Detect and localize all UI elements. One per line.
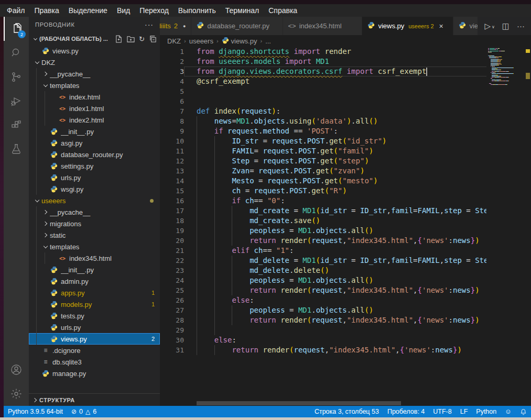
tree-item-__init__.py[interactable]: __init__.py xyxy=(29,264,160,275)
code-line[interactable]: 8 news=MD1.objects.using('daata').all() xyxy=(160,116,524,126)
new-file-icon[interactable] xyxy=(115,35,123,43)
menu-item-Выделение[interactable]: Выделение xyxy=(64,5,112,16)
workspace-header[interactable]: (РАБОЧАЯ ОБЛАСТЬ) ... ↻ xyxy=(29,32,160,45)
tree-item-database_roouter.py[interactable]: database_roouter.py xyxy=(29,149,160,160)
tree-item-settings.py[interactable]: settings.py xyxy=(29,160,160,172)
tree-item-index2.html[interactable]: <>index2.html xyxy=(29,114,160,126)
code-line[interactable]: 6 xyxy=(160,96,524,106)
tree-item-wsgi.py[interactable]: wsgi.py xyxy=(29,183,160,195)
tab-views.py[interactable]: views.pyuseeers 2× xyxy=(362,17,453,35)
indentation-setting[interactable]: Пробелов: 4 xyxy=(383,408,429,415)
refresh-icon[interactable]: ↻ xyxy=(139,36,145,42)
code-line[interactable]: 3from django.views.decorators.csrf impor… xyxy=(160,67,524,76)
code-line[interactable]: 29 xyxy=(160,325,524,335)
menu-item-Правка[interactable]: Правка xyxy=(29,5,63,16)
activity-explorer-icon[interactable]: 2 xyxy=(4,17,29,41)
code-line[interactable]: 17 md_create = MD1(id_str = ID_str,famil… xyxy=(160,206,524,216)
tree-item-asgi.py[interactable]: asgi.py xyxy=(29,137,160,149)
code-line[interactable]: 21 elif ch== "1": xyxy=(160,246,524,256)
tree-item-__pycache__[interactable]: __pycache__ xyxy=(29,68,160,80)
notifications-bell-icon[interactable] xyxy=(516,408,531,415)
tree-item-templates[interactable]: templates xyxy=(29,80,160,91)
code-line[interactable]: 15 ch = request.POST.get("R") xyxy=(160,186,524,196)
code-line[interactable]: 7def index(request): xyxy=(160,106,524,116)
menu-item-Файл[interactable]: Файл xyxy=(2,5,29,16)
tree-item-views.py[interactable]: views.py2 xyxy=(29,333,160,345)
tree-item-models.py[interactable]: models.py1 xyxy=(29,299,160,310)
horizontal-scrollbar[interactable] xyxy=(197,401,401,405)
code-line[interactable]: 4@csrf_exempt xyxy=(160,76,524,86)
tree-item-tests.py[interactable]: tests.py xyxy=(29,310,160,322)
code-line[interactable]: 9 if request.method == 'POST': xyxy=(160,126,524,136)
cursor-position[interactable]: Строка 3, столбец 53 xyxy=(310,408,383,415)
activity-extensions-icon[interactable] xyxy=(4,113,29,137)
encoding-setting[interactable]: UTF-8 xyxy=(429,408,456,415)
run-python-file-button[interactable]: ▷∨ xyxy=(484,21,494,31)
minimap[interactable] xyxy=(486,47,524,406)
code-line[interactable]: 26 else: xyxy=(160,295,524,305)
tree-item-__init__.py[interactable]: __init__.py xyxy=(29,126,160,137)
tree-item-useeers[interactable]: useeers xyxy=(29,195,160,206)
tree-item-apps.py[interactable]: apps.py1 xyxy=(29,287,160,299)
code-line[interactable]: 22 md_delete = MD1(id_str = ID_str,famil… xyxy=(160,256,524,266)
breadcrumb-item-views.py[interactable]: views.py xyxy=(222,37,257,46)
eol-setting[interactable]: LF xyxy=(456,408,472,415)
activity-settings-icon[interactable] xyxy=(4,382,29,406)
tree-item-index1.html[interactable]: <>index1.html xyxy=(29,103,160,114)
tree-item-migrations[interactable]: migrations xyxy=(29,218,160,229)
code-line[interactable]: 11 FAMIL= request.POST.get("famil") xyxy=(160,146,524,156)
tree-item-urls.py[interactable]: urls.py xyxy=(29,172,160,183)
menu-item-Выполнить[interactable]: Выполнить xyxy=(174,5,221,16)
tree-item-admin.py[interactable]: admin.py xyxy=(29,275,160,287)
tree-item-DKZ[interactable]: DKZ xyxy=(29,57,160,68)
code-line[interactable]: 10 ID_str = request.POST.get("id_str") xyxy=(160,136,524,146)
tree-item-static[interactable]: static xyxy=(29,229,160,241)
python-interpreter[interactable]: Python 3.9.5 64-bit xyxy=(4,408,67,415)
tree-item-index.html[interactable]: <>index.html xyxy=(29,91,160,103)
code-line[interactable]: 18 md_create.save() xyxy=(160,216,524,226)
code-line[interactable]: 5 xyxy=(160,86,524,96)
tree-item-manage.py[interactable]: manage.py xyxy=(29,368,160,379)
code-line[interactable]: 27 peopless = MD1.objects.all() xyxy=(160,305,524,315)
tree-item-urls.py[interactable]: urls.py xyxy=(29,322,160,333)
activity-run-debug-icon[interactable] xyxy=(4,89,29,113)
tree-item-.dcignore[interactable]: ≡.dcignore xyxy=(29,345,160,356)
breadcrumb-item-useeers[interactable]: useeers xyxy=(189,37,213,45)
code-line[interactable]: 1from django.shortcuts import render xyxy=(160,47,524,57)
tab-vie[interactable]: vie xyxy=(453,17,478,35)
problems-indicator[interactable]: ⊘ 0 △ 6 xyxy=(67,408,101,415)
code-line[interactable]: 23 md_delete.delete() xyxy=(160,266,524,275)
code-line[interactable]: 20 return render(request,"index345.html"… xyxy=(160,236,524,246)
split-editor-icon[interactable]: ◫ xyxy=(502,21,510,31)
code-line[interactable]: 12 Step = request.POST.get("step") xyxy=(160,156,524,166)
tree-item-views.py[interactable]: views.py xyxy=(29,45,160,57)
menu-item-Справка[interactable]: Справка xyxy=(264,5,302,16)
activity-search-icon[interactable] xyxy=(4,41,29,65)
tree-item-db.sqlite3[interactable]: ≡db.sqlite3 xyxy=(29,356,160,368)
code-line[interactable]: 24 peopless = MD1.objects.all() xyxy=(160,275,524,285)
code-line[interactable]: 2from useeers.models import MD1 xyxy=(160,57,524,67)
code-line[interactable]: 25 return render(request,"index345.html"… xyxy=(160,285,524,295)
code-line[interactable]: 30 else: xyxy=(160,335,524,345)
feedback-icon[interactable]: ☺ xyxy=(501,408,516,415)
activity-source-control-icon[interactable] xyxy=(4,65,29,89)
code-editor[interactable]: 1from django.shortcuts import render2fro… xyxy=(160,47,531,406)
collapse-folders-icon[interactable] xyxy=(149,35,157,43)
menu-item-Переход[interactable]: Переход xyxy=(135,5,174,16)
more-actions-icon[interactable]: ··· xyxy=(517,21,525,30)
tree-item-__pycache__[interactable]: __pycache__ xyxy=(29,206,160,218)
breadcrumb-item-...[interactable]: ... xyxy=(265,37,271,45)
menu-item-Терминал[interactable]: Терминал xyxy=(221,5,264,16)
sidebar-more-actions-icon[interactable]: ··· xyxy=(145,20,154,29)
tab-index345.html[interactable]: <>index345.html xyxy=(283,17,363,35)
code-line[interactable]: 13 Zvan= request.POST.get("zvan") xyxy=(160,166,524,176)
activity-testing-icon[interactable] xyxy=(4,137,29,161)
code-line[interactable]: 19 peopless = MD1.objects.all() xyxy=(160,226,524,236)
breadcrumb-item-DKZ[interactable]: DKZ xyxy=(167,37,181,45)
menu-item-Вид[interactable]: Вид xyxy=(112,5,135,16)
close-icon[interactable]: × xyxy=(439,22,443,30)
tab-diiits[interactable]: diiits2● xyxy=(160,17,191,35)
code-line[interactable]: 28 return render(request,"index345.html"… xyxy=(160,315,524,325)
code-line[interactable]: 14 Mesto = request.POST.get("mesto") xyxy=(160,176,524,186)
language-mode[interactable]: Python xyxy=(472,408,501,415)
